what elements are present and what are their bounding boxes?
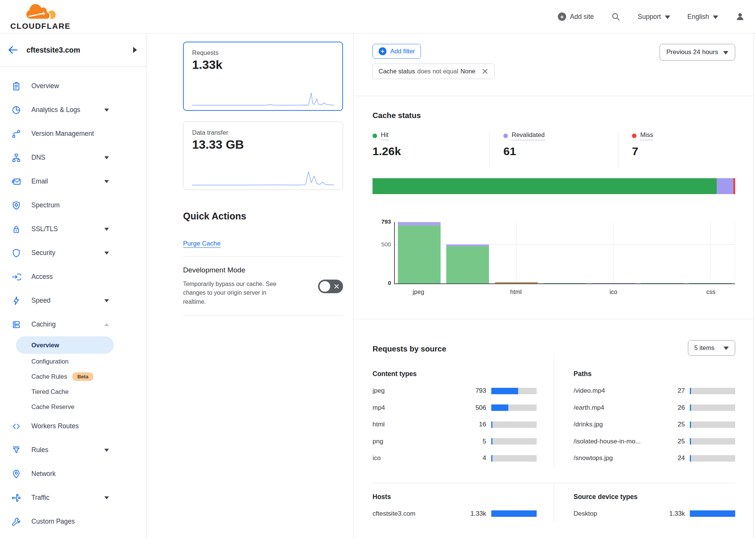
table-row-png[interactable]: png5 [373, 433, 537, 450]
gridline [516, 222, 517, 283]
value-bar [690, 404, 735, 411]
table-row-jpeg[interactable]: jpeg793 [373, 383, 537, 400]
stat-revalidated: Revalidated61 [490, 131, 618, 168]
sidebar-subitem-caching-overview[interactable]: Overview [16, 336, 114, 354]
gridline [711, 222, 711, 283]
dns-icon [11, 153, 21, 163]
table-row-ico[interactable]: ico4 [373, 450, 537, 467]
time-range-selector[interactable]: Previous 24 hours [660, 44, 735, 61]
remove-filter-icon[interactable] [481, 68, 489, 75]
sidebar-item-email[interactable]: Email [0, 169, 146, 193]
column-bar-mp4 [446, 244, 489, 283]
source-tables-top: Content typesjpeg793mp4506html16png5ico4… [373, 353, 735, 467]
requests-by-source-title: Requests by source [373, 344, 735, 353]
plus-circle-icon: + [558, 12, 566, 21]
sidebar-item-spectrum[interactable]: Spectrum [0, 193, 146, 217]
sidebar-subitem-caching-cache-reserve[interactable]: Cache Reserve [0, 399, 146, 414]
data-transfer-sparkline-chart [192, 168, 334, 187]
stat-label-revalidated[interactable]: Revalidated [512, 131, 545, 140]
table-row-drinks-jpg[interactable]: /drinks.jpg25 [574, 416, 736, 433]
stat-label-hit[interactable]: Hit [381, 131, 388, 140]
sidebar-item-workers-routes[interactable]: Workers Routes [0, 414, 146, 438]
content-types-table: Content typesjpeg793mp4506html16png5ico4 [373, 353, 554, 467]
sidebar-item-custom-pages[interactable]: Custom Pages [0, 510, 146, 533]
purge-cache-link[interactable]: Purge Cache [183, 240, 220, 247]
stat-value-revalidated: 61 [503, 145, 618, 158]
chevron-down-icon [104, 299, 109, 302]
sidebar-item-ssl-tls[interactable]: SSL/TLS [0, 217, 146, 241]
sidebar-item-security[interactable]: Security [0, 241, 146, 265]
search-button[interactable] [611, 12, 620, 21]
column-bar-unlabeled-5 [641, 283, 683, 284]
sidebar-item-dns[interactable]: DNS [0, 146, 146, 169]
sidebar-subitem-caching-cache-rules[interactable]: Cache RulesBeta [0, 369, 146, 384]
items-count-selector[interactable]: 5 items [688, 340, 735, 356]
back-arrow-icon[interactable] [7, 44, 19, 56]
sidebar-item-traffic[interactable]: Traffic [0, 486, 146, 510]
table-row-earth-mp4[interactable]: /earth.mp426 [574, 400, 736, 417]
table-row-snowtops-jpg[interactable]: /snowtops.jpg24 [574, 450, 736, 467]
chevron-down-icon [723, 51, 728, 54]
x-tick-mp4 [443, 289, 492, 295]
chart-slot-unlabeled-5 [638, 222, 686, 283]
caching-icon [11, 320, 21, 330]
sidebar-subitem-caching-configuration[interactable]: Configuration [0, 354, 146, 369]
sidebar-item-caching[interactable]: Caching [0, 313, 146, 336]
data-transfer-card-label: Data transfer [192, 129, 334, 136]
column-bar-jpeg [398, 222, 441, 283]
rules-icon [11, 445, 21, 455]
data-transfer-metric-card[interactable]: Data transfer 13.33 GB [183, 121, 343, 190]
sidebar-subitem-caching-tiered-cache[interactable]: Tiered Cache [0, 384, 146, 399]
support-menu[interactable]: Support [638, 13, 670, 21]
segment-hit [446, 246, 489, 283]
value-bar [690, 455, 735, 462]
table-row-video-mp4[interactable]: /video.mp427 [574, 383, 736, 400]
table-row-html[interactable]: html16 [373, 416, 537, 433]
device-types-table: Source device typesDesktop1.33k [554, 483, 736, 522]
add-filter-button[interactable]: + Add filter [373, 44, 421, 59]
chevron-down-icon [104, 156, 109, 159]
cache-status-filter-chip[interactable]: Cache status does not equal None [373, 64, 495, 79]
table-row-mp4[interactable]: mp4506 [373, 400, 537, 417]
table-row-isolated-house-in-mo[interactable]: /isolated-house-in-mo...25 [574, 433, 736, 450]
sidebar-nav: OverviewAnalytics & LogsVersion Manageme… [0, 67, 146, 533]
sidebar-item-rules[interactable]: Rules [0, 438, 146, 462]
table-title-content-types: Content types [373, 370, 537, 378]
cloudflare-logo[interactable]: CLOUDFLARE [8, 3, 73, 31]
stat-label-miss[interactable]: Miss [640, 131, 653, 140]
search-icon [611, 12, 620, 21]
cache-status-column-chart: 0500793 jpeghtmlicocss [394, 222, 735, 295]
value-bar [491, 421, 537, 428]
x-tick-css: css [686, 289, 735, 295]
filter-operator: does not equal [417, 68, 458, 75]
sidebar-item-access[interactable]: Access [0, 265, 146, 289]
table-row-cftestsite3-com[interactable]: cftestsite3.com1.33k [373, 505, 537, 522]
version-management-icon [11, 129, 21, 139]
x-tick-png [540, 289, 589, 295]
chevron-right-icon[interactable] [133, 47, 137, 53]
table-title-hosts: Hosts [373, 493, 537, 501]
language-menu[interactable]: English [688, 13, 718, 21]
requests-by-source-section: Requests by source 5 items Content types… [354, 319, 753, 538]
x-tick-html: html [492, 289, 540, 295]
chevron-down-icon [104, 496, 109, 499]
development-mode-toggle[interactable] [318, 280, 343, 293]
sidebar-item-speed[interactable]: Speed [0, 289, 146, 313]
column-bar-png [543, 283, 586, 284]
analytics-icon [11, 105, 21, 115]
sidebar-item-overview[interactable]: Overview [0, 74, 146, 98]
overview-icon [11, 81, 21, 91]
column-chart-plot: 0500793 [394, 222, 735, 284]
requests-metric-card[interactable]: Requests 1.33k [183, 42, 343, 111]
filters-row: + Add filter Cache status does not equal… [354, 34, 753, 96]
sidebar-item-analytics-logs[interactable]: Analytics & Logs [0, 98, 146, 122]
sidebar-item-network[interactable]: Network [0, 462, 146, 486]
ssl-tls-icon [11, 224, 21, 234]
add-site-button[interactable]: + Add site [558, 12, 594, 21]
value-bar [491, 438, 537, 445]
table-row-desktop[interactable]: Desktop1.33k [574, 505, 736, 522]
sidebar-item-version-management[interactable]: Version Management [0, 122, 146, 146]
account-menu[interactable] [736, 12, 745, 21]
chart-slot-css [686, 222, 735, 283]
requests-card-label: Requests [192, 49, 334, 56]
